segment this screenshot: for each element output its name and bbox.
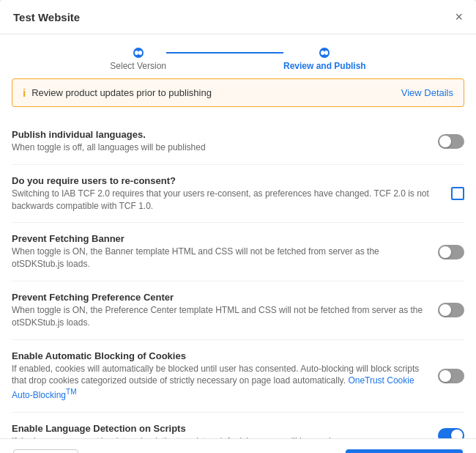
- setting-title-language-detection: Enable Language Detection on Scripts: [12, 423, 423, 434]
- setting-text-publish-individual: Publish individual languages. When toggl…: [12, 129, 438, 154]
- modal-container: Test Website × Select Version Review and…: [0, 0, 476, 453]
- setting-title-auto-blocking: Enable Automatic Blocking of Cookies: [12, 350, 423, 361]
- toggle-track-language-detection[interactable]: [438, 428, 464, 438]
- toggle-publish-individual[interactable]: [438, 134, 464, 149]
- setting-text-language-detection: Enable Language Detection on Scripts If …: [12, 423, 438, 438]
- toggle-track-prevent-preference[interactable]: [438, 303, 464, 317]
- previous-button[interactable]: Previous: [13, 449, 78, 453]
- modal-title: Test Website: [13, 11, 80, 23]
- setting-row-publish-individual: Publish individual languages. When toggl…: [12, 119, 464, 165]
- step-2-circle: [319, 48, 330, 58]
- alert-left: i Review product updates prior to publis…: [23, 86, 212, 99]
- toggle-track-prevent-banner[interactable]: [438, 245, 464, 259]
- step-2-label: Review and Publish: [283, 61, 366, 71]
- setting-desc-auto-blocking: If enabled, cookies will automatically b…: [12, 363, 423, 402]
- checkbox-re-consent[interactable]: [451, 187, 464, 200]
- view-details-link[interactable]: View Details: [401, 87, 453, 98]
- toggle-thumb-prevent-preference: [439, 304, 451, 316]
- setting-title-re-consent: Do you require users to re-consent?: [12, 175, 436, 186]
- modal-header: Test Website ×: [0, 0, 476, 34]
- setting-row-auto-blocking: Enable Automatic Blocking of Cookies If …: [12, 340, 464, 413]
- setting-desc-re-consent: Switching to IAB TCF 2.0 requires that y…: [12, 188, 436, 213]
- toggle-thumb-publish-individual: [439, 136, 451, 147]
- alert-banner: i Review product updates prior to publis…: [12, 78, 464, 107]
- step-2: Review and Publish: [283, 48, 366, 71]
- toggle-track-publish-individual[interactable]: [438, 134, 464, 149]
- publish-button[interactable]: Publish Test Scripts: [346, 449, 463, 453]
- toggle-thumb-prevent-banner: [439, 246, 451, 258]
- info-icon: i: [23, 86, 26, 99]
- toggle-track-auto-blocking[interactable]: [438, 369, 464, 383]
- step-1: Select Version: [110, 48, 166, 71]
- step-1-label: Select Version: [110, 61, 166, 71]
- toggle-thumb-language-detection: [451, 430, 463, 438]
- setting-desc-prevent-preference: When toggle is ON, the Preference Center…: [12, 304, 423, 329]
- toggle-auto-blocking[interactable]: [438, 369, 464, 383]
- close-button[interactable]: ×: [455, 10, 463, 23]
- setting-desc-language-detection: If the language cannot be determined, th…: [12, 435, 423, 438]
- modal-footer: Previous Cancel Publish Test Scripts: [0, 438, 476, 453]
- toggle-language-detection[interactable]: [438, 428, 464, 438]
- setting-row-re-consent: Do you require users to re-consent? Swit…: [12, 165, 464, 224]
- setting-desc-publish-individual: When toggle is off, all languages will b…: [12, 141, 423, 154]
- alert-text: Review product updates prior to publishi…: [31, 87, 212, 98]
- stepper: Select Version Review and Publish: [0, 34, 476, 78]
- step-1-circle: [133, 48, 144, 58]
- content-area: Publish individual languages. When toggl…: [0, 116, 476, 438]
- setting-text-prevent-preference: Prevent Fetching Preference Center When …: [12, 292, 438, 329]
- setting-text-re-consent: Do you require users to re-consent? Swit…: [12, 175, 451, 213]
- setting-title-prevent-banner: Prevent Fetching Banner: [12, 233, 423, 244]
- step-connector: [166, 52, 283, 54]
- toggle-prevent-preference[interactable]: [438, 303, 464, 317]
- setting-text-prevent-banner: Prevent Fetching Banner When toggle is O…: [12, 233, 438, 270]
- setting-title-prevent-preference: Prevent Fetching Preference Center: [12, 292, 423, 303]
- setting-row-prevent-preference: Prevent Fetching Preference Center When …: [12, 281, 464, 340]
- setting-text-auto-blocking: Enable Automatic Blocking of Cookies If …: [12, 350, 438, 402]
- setting-row-prevent-banner: Prevent Fetching Banner When toggle is O…: [12, 223, 464, 281]
- setting-desc-prevent-banner: When toggle is ON, the Banner template H…: [12, 246, 423, 270]
- setting-title-publish-individual: Publish individual languages.: [12, 129, 423, 140]
- setting-row-language-detection: Enable Language Detection on Scripts If …: [12, 413, 464, 438]
- toggle-thumb-auto-blocking: [439, 370, 451, 382]
- toggle-prevent-banner[interactable]: [438, 245, 464, 259]
- footer-right: Cancel Publish Test Scripts: [303, 449, 463, 453]
